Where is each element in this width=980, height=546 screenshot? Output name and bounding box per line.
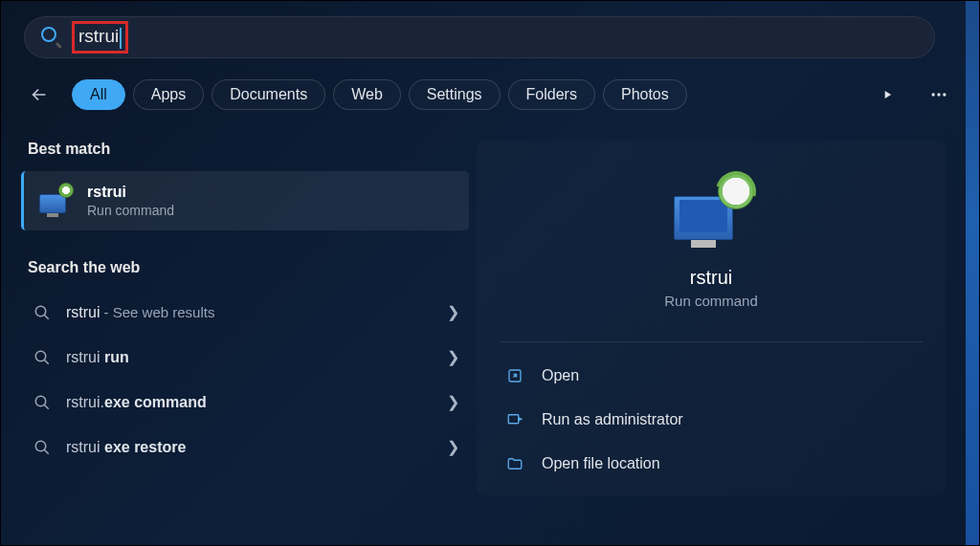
search-icon xyxy=(33,349,51,366)
best-match-item[interactable]: rstrui Run command xyxy=(21,171,469,230)
chevron-right-icon: ❯ xyxy=(447,438,459,456)
action-open[interactable]: Open xyxy=(477,354,946,398)
detail-title: rstrui xyxy=(690,267,732,289)
search-icon xyxy=(33,304,51,321)
filter-tab-folders[interactable]: Folders xyxy=(508,79,595,110)
best-match-texts: rstrui Run command xyxy=(87,184,174,218)
search-input[interactable]: rstrui xyxy=(72,21,128,54)
action-open-file-location[interactable]: Open file location xyxy=(477,442,946,486)
best-match-label: Best match xyxy=(24,141,469,158)
search-icon xyxy=(41,27,62,48)
search-bar[interactable]: rstrui xyxy=(24,16,935,58)
search-panel: rstrui All Apps Documents Web Settings F… xyxy=(1,1,979,511)
more-options-button[interactable] xyxy=(922,77,956,112)
search-icon xyxy=(33,394,51,411)
filter-tab-web[interactable]: Web xyxy=(333,79,401,110)
web-search-label: Search the web xyxy=(24,259,469,276)
svg-point-1 xyxy=(937,93,940,96)
folder-icon xyxy=(505,454,524,473)
web-result-text: rstrui run xyxy=(66,349,432,366)
svg-point-5 xyxy=(35,396,46,406)
web-result-item[interactable]: rstrui- See web results ❯ xyxy=(24,290,469,335)
svg-point-4 xyxy=(35,351,46,361)
detail-pane: rstrui Run command Open Run as administr… xyxy=(477,141,946,495)
best-match-title: rstrui xyxy=(87,184,174,201)
system-restore-icon xyxy=(668,173,754,250)
open-icon xyxy=(505,366,524,385)
web-result-text: rstrui.exe command xyxy=(66,394,432,411)
filter-tab-apps[interactable]: Apps xyxy=(133,79,204,110)
web-result-text: rstrui exe restore xyxy=(66,439,432,456)
text-cursor xyxy=(120,28,122,49)
action-label: Run as administrator xyxy=(542,411,683,428)
detail-header: rstrui Run command xyxy=(477,164,946,334)
divider xyxy=(500,341,923,342)
web-result-item[interactable]: rstrui.exe command ❯ xyxy=(24,380,469,425)
web-result-item[interactable]: rstrui run ❯ xyxy=(24,335,469,380)
filter-tab-documents[interactable]: Documents xyxy=(212,79,325,110)
action-label: Open xyxy=(542,367,579,384)
filter-row: All Apps Documents Web Settings Folders … xyxy=(24,77,956,112)
chevron-right-icon: ❯ xyxy=(447,393,459,411)
admin-shield-icon xyxy=(505,410,524,429)
svg-point-2 xyxy=(943,93,946,96)
filter-tab-all[interactable]: All xyxy=(72,79,125,110)
svg-rect-8 xyxy=(508,415,519,424)
chevron-right-icon: ❯ xyxy=(447,348,459,366)
detail-subtitle: Run command xyxy=(664,293,758,309)
action-label: Open file location xyxy=(542,455,660,472)
search-query-text: rstrui xyxy=(78,26,119,46)
filter-tab-settings[interactable]: Settings xyxy=(409,79,501,110)
preview-button[interactable] xyxy=(870,77,904,112)
back-button[interactable] xyxy=(24,79,55,110)
web-result-text: rstrui- See web results xyxy=(66,304,432,321)
best-match-subtitle: Run command xyxy=(87,203,174,218)
chevron-right-icon: ❯ xyxy=(447,303,459,321)
web-search-section: Search the web rstrui- See web results ❯… xyxy=(24,259,469,470)
search-icon xyxy=(33,439,51,456)
action-run-as-admin[interactable]: Run as administrator xyxy=(477,398,946,442)
web-result-item[interactable]: rstrui exe restore ❯ xyxy=(24,425,469,470)
search-query-highlight: rstrui xyxy=(72,21,128,54)
filter-tab-photos[interactable]: Photos xyxy=(603,79,687,110)
system-restore-icon xyxy=(37,183,74,219)
svg-point-0 xyxy=(932,93,935,96)
results-columns: Best match rstrui Run command Search the… xyxy=(24,141,956,495)
desktop-wallpaper-edge xyxy=(966,1,979,545)
svg-point-3 xyxy=(35,306,46,317)
svg-point-6 xyxy=(35,441,46,451)
results-left-column: Best match rstrui Run command Search the… xyxy=(24,141,469,495)
